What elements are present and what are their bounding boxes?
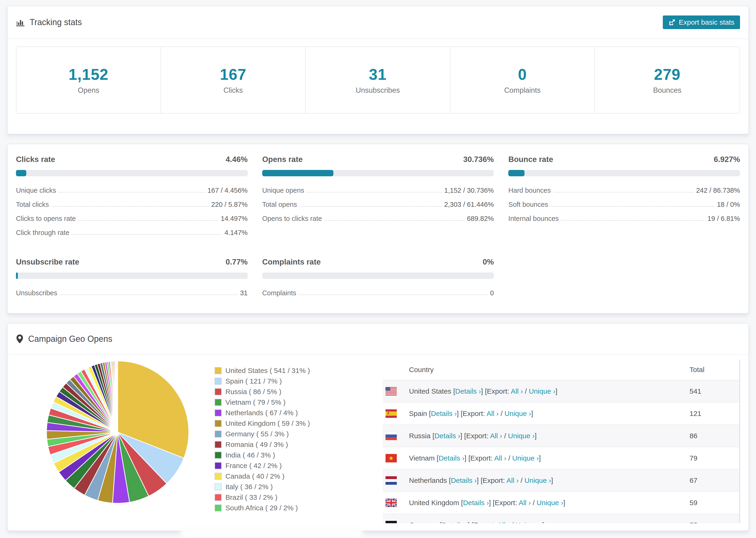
- panel-value: 0.77%: [226, 257, 248, 266]
- detail-value: 167 / 4.456%: [207, 187, 248, 194]
- details-link[interactable]: Details ›: [439, 454, 464, 462]
- detail-row: Click through rate4.147%: [16, 229, 248, 237]
- legend-item[interactable]: Netherlands ( 67 / 4% ): [215, 409, 383, 417]
- details-link[interactable]: Details ›: [451, 476, 477, 484]
- geo-table-row-nl: Netherlands [Details ›] [Export: All › /…: [383, 469, 740, 491]
- export-unique-link[interactable]: Unique ›: [512, 454, 539, 462]
- detail-label: Unsubscribes: [16, 289, 57, 297]
- export-all-link[interactable]: All ›: [511, 387, 523, 395]
- export-icon: [669, 19, 675, 26]
- legend-label: United States ( 541 / 31% ): [225, 367, 310, 375]
- detail-row: Unsubscribes31: [16, 289, 248, 297]
- legend-item[interactable]: India ( 46 / 3% ): [215, 451, 383, 459]
- detail-row: Total clicks220 / 5.87%: [16, 201, 248, 208]
- details-link[interactable]: Details ›: [455, 387, 481, 395]
- geo-pie-legend: United States ( 541 / 31% )Spain ( 121 /…: [215, 359, 383, 523]
- geo-header: Campaign Geo Opens: [8, 323, 748, 355]
- geo-title-text: Campaign Geo Opens: [28, 334, 112, 344]
- detail-row: Clicks to opens rate14.497%: [16, 215, 248, 223]
- detail-label: Internal bounces: [508, 215, 559, 223]
- legend-swatch: [215, 462, 222, 469]
- detail-value: 31: [240, 289, 247, 297]
- export-unique-link[interactable]: Unique ›: [505, 409, 531, 417]
- legend-item[interactable]: Canada ( 40 / 2% ): [215, 472, 383, 480]
- de-flag-icon: [386, 521, 397, 523]
- stat-card-unsubscribes: 31Unsubscribes: [306, 47, 450, 113]
- stat-value: 0: [518, 66, 527, 83]
- total-cell: 86: [689, 432, 740, 440]
- country-name: Netherlands: [409, 476, 447, 484]
- export-all-link[interactable]: All ›: [519, 499, 531, 507]
- legend-item[interactable]: Brazil ( 33 / 2% ): [215, 493, 383, 501]
- legend-item[interactable]: Vietnam ( 79 / 5% ): [215, 398, 383, 406]
- country-cell: United States [Details ›] [Export: All ›…: [409, 387, 557, 395]
- legend-swatch: [215, 473, 222, 480]
- legend-item[interactable]: France ( 42 / 2% ): [215, 462, 383, 470]
- clicks-progress-bar: [16, 170, 248, 176]
- geo-table-row-de: Germany [Details ›] [Export: All › / Uni…: [383, 513, 740, 523]
- detail-label: Opens to clicks rate: [262, 215, 322, 223]
- detail-value: 4.147%: [225, 229, 247, 237]
- legend-item[interactable]: United States ( 541 / 31% ): [215, 367, 383, 375]
- stat-card-bounces: 279Bounces: [595, 47, 739, 113]
- panel-header: Opens rate30.736%: [262, 155, 494, 164]
- details-link[interactable]: Details ›: [463, 499, 489, 507]
- legend-item[interactable]: Spain ( 121 / 7% ): [215, 377, 383, 385]
- es-flag-icon: [386, 409, 397, 418]
- details-link[interactable]: Details ›: [431, 409, 457, 417]
- legend-item[interactable]: Russia ( 86 / 5% ): [215, 388, 383, 396]
- legend-item[interactable]: Germany ( 55 / 3% ): [215, 430, 383, 438]
- export-all-link[interactable]: All ›: [494, 454, 507, 462]
- bounce-rate-panel: Bounce rate6.927%Hard bounces242 / 86.73…: [508, 155, 740, 243]
- details-link[interactable]: Details ›: [442, 521, 468, 523]
- stat-value: 1,152: [69, 66, 108, 83]
- legend-swatch: [215, 399, 222, 406]
- export-unique-link[interactable]: Unique ›: [515, 521, 542, 523]
- legend-item[interactable]: Romania ( 49 / 3% ): [215, 441, 383, 449]
- panel-title: Bounce rate: [508, 155, 553, 164]
- tracking-stats-title-text: Tracking stats: [29, 17, 82, 27]
- stat-label: Unsubscribes: [356, 86, 400, 95]
- pie-slice-other-33[interactable]: [117, 361, 118, 432]
- opens-progress-bar: [262, 170, 494, 176]
- geo-opens-pie-chart[interactable]: [45, 359, 190, 505]
- legend-label: France ( 42 / 2% ): [225, 462, 282, 470]
- legend-label: Romania ( 49 / 3% ): [225, 441, 288, 449]
- legend-item[interactable]: United Kingdom ( 59 / 3% ): [215, 419, 383, 427]
- detail-label: Soft bounces: [508, 201, 548, 208]
- detail-label: Unique clicks: [16, 187, 56, 194]
- export-unique-link[interactable]: Unique ›: [508, 432, 535, 440]
- detail-row: Unique clicks167 / 4.456%: [16, 187, 248, 194]
- table-scrollbar[interactable]: [739, 360, 740, 523]
- details-link[interactable]: Details ›: [434, 432, 460, 440]
- detail-row: Complaints0: [262, 289, 494, 297]
- legend-label: Brazil ( 33 / 2% ): [225, 493, 278, 501]
- panel-title: Complaints rate: [262, 257, 321, 266]
- panel-value: 6.927%: [714, 155, 740, 164]
- country-cell: Spain [Details ›] [Export: All › / Uniqu…: [409, 409, 533, 418]
- geo-title: Campaign Geo Opens: [16, 334, 112, 344]
- export-unique-link[interactable]: Unique ›: [529, 387, 555, 395]
- clicks-rate-panel: Clicks rate4.46%Unique clicks167 / 4.456…: [16, 155, 248, 243]
- export-basic-stats-button[interactable]: Export basic stats: [663, 16, 740, 29]
- stat-label: Bounces: [653, 86, 681, 95]
- legend-item[interactable]: South Africa ( 29 / 2% ): [215, 504, 383, 512]
- geo-table-row-gb: United Kingdom [Details ›] [Export: All …: [383, 491, 740, 513]
- export-all-link[interactable]: All ›: [486, 409, 499, 417]
- export-all-link[interactable]: All ›: [490, 432, 502, 440]
- detail-row: Total opens2,303 / 61.446%: [262, 201, 494, 208]
- export-unique-link[interactable]: Unique ›: [537, 499, 563, 507]
- legend-swatch: [215, 388, 222, 395]
- geo-table-row-vn: Vietnam [Details ›] [Export: All › / Uni…: [383, 447, 740, 469]
- legend-label: Spain ( 121 / 7% ): [225, 377, 282, 385]
- geo-table-body: United States [Details ›] [Export: All ›…: [383, 380, 740, 523]
- detail-row: Unique opens1,152 / 30.736%: [262, 187, 494, 194]
- gb-flag-icon: [386, 499, 397, 507]
- export-all-link[interactable]: All ›: [498, 521, 510, 523]
- total-cell: 67: [689, 476, 740, 484]
- export-all-link[interactable]: All ›: [507, 476, 519, 484]
- export-unique-link[interactable]: Unique ›: [524, 476, 551, 484]
- unsubscribe-rate-panel: Unsubscribe rate0.77%Unsubscribes31: [16, 257, 248, 303]
- legend-label: Netherlands ( 67 / 4% ): [225, 409, 298, 417]
- legend-item[interactable]: Italy ( 36 / 2% ): [215, 483, 383, 491]
